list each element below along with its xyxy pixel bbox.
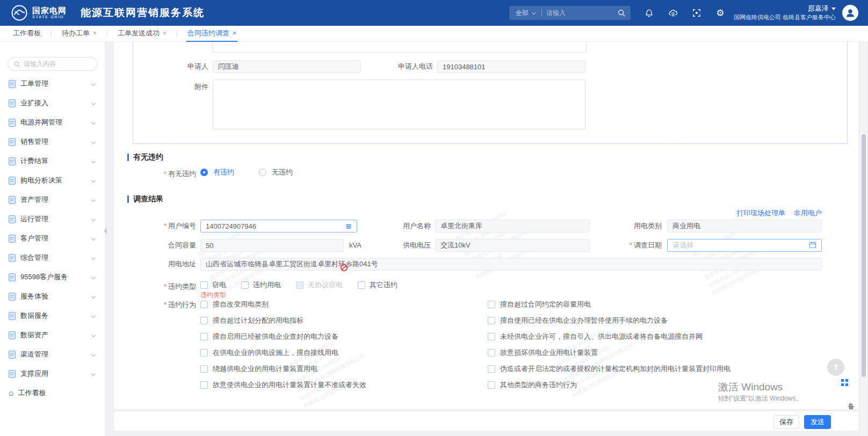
- applicant-phone-field[interactable]: 19103488101: [437, 60, 585, 73]
- sidebar-item-qudao[interactable]: 渠道管理: [0, 345, 105, 364]
- checkbox-weiyue-yongdian[interactable]: 违约用电: [241, 280, 281, 290]
- elec-category-field[interactable]: 商业用电: [667, 220, 822, 232]
- checkbox-disabled-icon: [296, 281, 303, 289]
- sidebar-item-dianyuan[interactable]: 电源并网管理: [0, 113, 105, 132]
- checkbox-icon[interactable]: [488, 317, 495, 324]
- sidebar-collapse-icon[interactable]: [104, 228, 107, 234]
- attachment-upload-area[interactable]: [213, 79, 585, 97]
- list-picker-icon[interactable]: ≡: [345, 222, 352, 230]
- radio-option-no[interactable]: 无违约: [272, 168, 293, 177]
- sidebar-item-kehu[interactable]: 客户管理: [0, 229, 105, 248]
- app-root: 国家电网 STATE GRID 能源互联网营销服务系统 全部 请输入: [0, 0, 868, 436]
- save-button[interactable]: 保存: [773, 415, 799, 429]
- sidebar-item-xiaoshou[interactable]: 销售管理: [0, 132, 105, 151]
- behavior-checkbox-row[interactable]: 擅自改变用电类别: [200, 299, 366, 310]
- behavior-checkbox-row[interactable]: 绕越供电企业的用电计量装置用电: [200, 363, 366, 374]
- close-icon[interactable]: ×: [93, 30, 97, 37]
- radio-unselected-icon[interactable]: [259, 169, 266, 176]
- truncated-input[interactable]: [212, 42, 587, 53]
- sidebar-item-zonghe[interactable]: 综合管理: [0, 248, 105, 267]
- calendar-icon[interactable]: [809, 241, 816, 250]
- behavior-checkbox-row[interactable]: 擅自使用已经在供电企业办理暂停使用手续的电力设备: [488, 315, 730, 326]
- contract-capacity-field[interactable]: 50: [200, 239, 344, 252]
- checkbox-qiedian[interactable]: 窃电: [200, 280, 226, 290]
- sidebar-item-workboard[interactable]: ⌂工作看板: [0, 383, 105, 403]
- behavior-checkbox-row[interactable]: 故意使供电企业的用电计量装置计量不准或者失效: [200, 379, 366, 390]
- sidebar-item-zichan[interactable]: 资产管理: [0, 190, 105, 209]
- user-no-field[interactable]: 1400724907946≡: [200, 220, 357, 232]
- behavior-checkbox-row[interactable]: 其他类型的商务违约行为: [488, 379, 730, 390]
- tab-divider: [107, 30, 107, 37]
- radio-selected-icon[interactable]: [200, 169, 208, 176]
- sidebar-search-input[interactable]: 请输入内容: [8, 57, 97, 71]
- fullscreen-scan-icon[interactable]: [692, 8, 701, 18]
- sidebar-item-goudian[interactable]: 购电分析决策: [0, 171, 105, 190]
- brand-block: 国家电网 STATE GRID: [32, 6, 67, 19]
- widget-grid-icon[interactable]: [841, 379, 848, 386]
- tab-work-board[interactable]: 工作看板: [12, 26, 42, 42]
- radio-option-yes[interactable]: 有违约: [213, 168, 234, 177]
- applicant-field[interactable]: 闫匡迪: [213, 60, 361, 73]
- supply-voltage-field[interactable]: 交流10kV: [435, 239, 590, 252]
- sidebar-item-jifei[interactable]: 计费结算: [0, 151, 105, 171]
- checkbox-icon[interactable]: [200, 381, 208, 389]
- checkbox-qita-weiyue[interactable]: 其它违约: [358, 280, 397, 290]
- avatar[interactable]: [842, 5, 858, 21]
- checkbox-icon[interactable]: [488, 381, 495, 389]
- chevron-down-icon: [91, 101, 96, 105]
- user-caret-icon: [831, 8, 836, 10]
- search-scope-value: 全部: [516, 9, 529, 18]
- global-search[interactable]: 全部 请输入: [509, 6, 631, 20]
- tab-pending-orders[interactable]: 待办工单 ×: [61, 26, 98, 42]
- behavior-checkbox-row[interactable]: 在供电企业的供电设施上，擅自接线用电: [200, 347, 366, 358]
- behavior-checkbox-row[interactable]: 故意损坏供电企业用电计量装置: [488, 347, 730, 358]
- tab-contract-violation-survey[interactable]: 合同违约调查 ×: [186, 26, 237, 42]
- search-input[interactable]: 请输入: [546, 9, 617, 18]
- survey-date-field[interactable]: 请选择: [667, 239, 822, 252]
- sidebar-item-95598[interactable]: 95598客户服务: [0, 267, 105, 287]
- behavior-checkbox-row[interactable]: 未经供电企业许可，擅自引入、供出电源或者将自备电源擅自并网: [488, 331, 730, 342]
- back-to-top-button[interactable]: ↑: [827, 359, 844, 376]
- sidebar-item-fuwu[interactable]: 服务体验: [0, 287, 105, 306]
- sidebar-item-yunxing[interactable]: 运行管理: [0, 209, 105, 229]
- sidebar-item-shujufuwu[interactable]: 数据服务: [0, 306, 105, 325]
- close-icon[interactable]: ×: [233, 30, 236, 37]
- search-icon[interactable]: [617, 8, 626, 18]
- checkbox-icon[interactable]: [200, 317, 208, 324]
- checkbox-icon[interactable]: [200, 281, 208, 289]
- user-name-field[interactable]: 卓里北街果库: [435, 220, 590, 232]
- gear-icon[interactable]: ⚙: [715, 8, 725, 18]
- checkbox-icon[interactable]: [488, 365, 495, 373]
- behavior-checkbox-row[interactable]: 伪造或者开启法定的或者授权的计量检定机构加封的用电计量装置封印用电: [488, 363, 730, 374]
- scrollbar-thumb[interactable]: [862, 134, 866, 377]
- behavior-checkbox-row[interactable]: 擅自超过合同约定的容量用电: [488, 299, 730, 310]
- behavior-checkbox-row[interactable]: 擅自超过计划分配的用电指标: [200, 315, 366, 326]
- sidebar-item-yekuo[interactable]: 业扩接入: [0, 93, 105, 113]
- non-elec-user-link[interactable]: 非用电户: [794, 208, 822, 218]
- document-icon: [9, 331, 16, 339]
- close-icon[interactable]: ×: [163, 30, 167, 37]
- checkbox-icon[interactable]: [200, 365, 208, 373]
- chevron-down-icon: [91, 372, 96, 376]
- send-button[interactable]: 发送: [804, 415, 831, 429]
- checkbox-icon[interactable]: [488, 301, 495, 308]
- checkbox-icon[interactable]: [200, 333, 208, 340]
- checkbox-icon[interactable]: [200, 301, 208, 308]
- user-block[interactable]: 原嘉泽 国网临猗供电公司 临猗县客户服务中心: [734, 4, 836, 21]
- cloud-icon[interactable]: [668, 8, 678, 18]
- user-name-label: 用户名称: [376, 220, 431, 232]
- behavior-checkbox-row[interactable]: 擅自启用已经被供电企业查封的电力设备: [200, 331, 366, 342]
- sidebar-item-gongdan[interactable]: 工单管理: [0, 74, 105, 93]
- sidebar-item-shujuzichan[interactable]: 数据资产: [0, 325, 105, 345]
- checkbox-icon[interactable]: [241, 281, 249, 289]
- bell-icon[interactable]: [645, 8, 654, 18]
- search-scope-select[interactable]: 全部: [513, 9, 537, 18]
- elec-address-field[interactable]: 山西省运城市临猗县卓里工贸区街道卓里村环乡路041号: [200, 258, 822, 271]
- sidebar-item-zhicheng[interactable]: 支撑应用: [0, 364, 105, 383]
- tab-order-sent[interactable]: 工单发送成功 ×: [117, 26, 168, 42]
- checkbox-icon[interactable]: [358, 281, 365, 289]
- checkbox-icon[interactable]: [200, 349, 208, 357]
- checkbox-icon[interactable]: [488, 333, 495, 340]
- checkbox-icon[interactable]: [488, 349, 495, 357]
- print-field-order-link[interactable]: 打印现场处理单: [736, 208, 785, 218]
